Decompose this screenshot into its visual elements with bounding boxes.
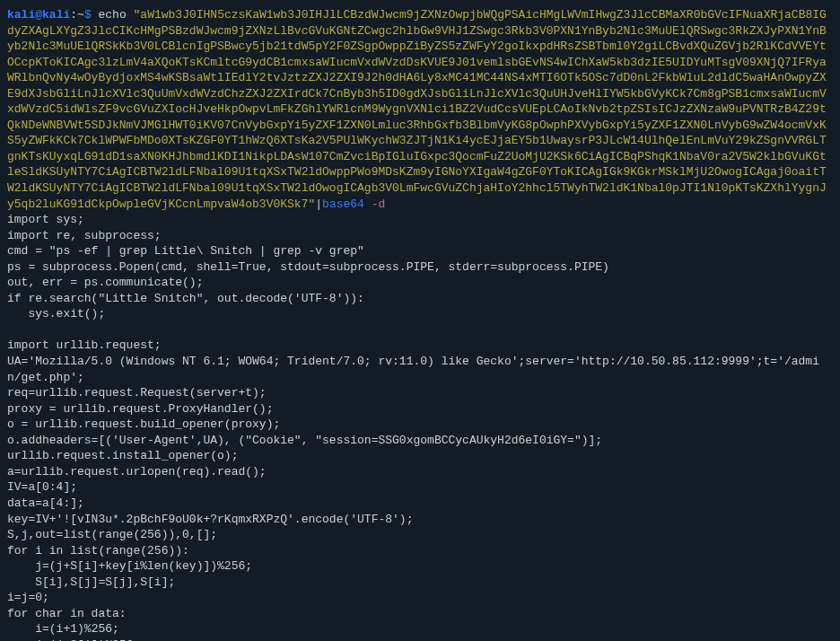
decode-flag: -d — [372, 198, 386, 211]
pipe-operator: | — [315, 198, 322, 211]
terminal-prompt-line[interactable]: kali@kali:~$ echo "aW1wb3J0IHN5czsKaW1wb… — [7, 7, 833, 212]
prompt-host: kali — [42, 8, 70, 22]
prompt-path: ~ — [77, 8, 84, 22]
decoded-output: import sys; import re, subprocess; cmd =… — [7, 212, 833, 641]
prompt-user: kali — [7, 8, 35, 22]
base64-encoded-string: "aW1wb3J0IHN5czsKaW1wb3J0IHJlLCBzdWJwcm9… — [7, 8, 827, 211]
prompt-at: @ — [35, 8, 42, 22]
base64-command: base64 — [322, 198, 364, 211]
echo-command: echo — [99, 8, 127, 22]
prompt-colon: : — [70, 8, 77, 22]
prompt-dollar: $ — [84, 8, 92, 22]
